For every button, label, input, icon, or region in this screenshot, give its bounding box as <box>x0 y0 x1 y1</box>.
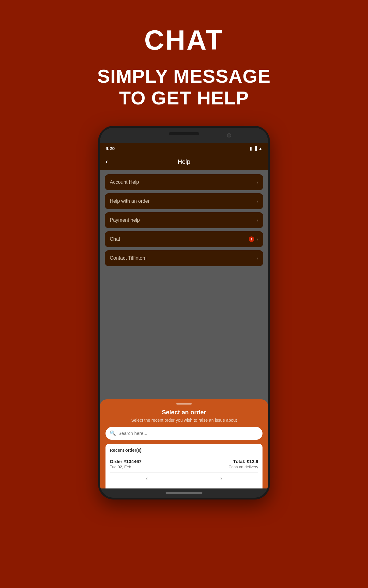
bottom-sheet: Select an order Select the recent order … <box>100 399 268 488</box>
phone-screen: 9:20 ▮ ▐ ▲ ‹ Help Account Help › <box>100 143 268 488</box>
menu-item-label: Account Help <box>110 179 139 185</box>
menu-item-label: Help with an order <box>110 198 150 204</box>
menu-item-payment-help[interactable]: Payment help › <box>105 212 263 228</box>
phone-home-bar <box>100 488 268 498</box>
orders-container: Recent order(s) Order #134467 Tue 02, Fe… <box>105 444 263 488</box>
order-number: Order #134467 <box>110 459 141 464</box>
chevron-icon: › <box>257 256 258 261</box>
page-title: CHAT <box>144 24 224 56</box>
menu-item-label: Contact Tiffintom <box>110 255 147 261</box>
wifi-icon: ▲ <box>258 146 263 151</box>
menu-area: Account Help › Help with an order › Paym… <box>100 170 268 399</box>
status-icons: ▮ ▐ ▲ <box>250 146 263 151</box>
orders-section-label: Recent order(s) <box>110 448 258 453</box>
sheet-subtitle: Select the recent order you wish to rais… <box>105 418 263 423</box>
phone-speaker <box>169 132 199 135</box>
nav-title: Help <box>178 158 190 165</box>
nav-dot-center: · <box>183 475 185 482</box>
menu-item-help-order[interactable]: Help with an order › <box>105 193 263 209</box>
page-subtitle: SIMPLY MESSAGETO GET HELP <box>97 65 270 109</box>
menu-item-label: Chat <box>110 236 120 242</box>
menu-item-chat[interactable]: Chat 1 › <box>105 231 263 247</box>
phone-camera <box>227 133 231 138</box>
bottom-nav: ‹ · › <box>110 473 258 485</box>
battery-icon: ▮ <box>250 146 252 151</box>
sheet-handle <box>176 403 192 405</box>
order-total: Total: £12.9 <box>228 459 258 464</box>
menu-item-label: Payment help <box>110 217 140 223</box>
home-bar-line <box>166 492 202 494</box>
menu-item-account-help[interactable]: Account Help › <box>105 174 263 190</box>
chevron-icon: › <box>257 237 258 242</box>
chevron-icon: › <box>257 199 258 204</box>
order-date: Tue 02, Feb <box>110 465 141 469</box>
search-icon: 🔍 <box>110 430 116 436</box>
status-bar: 9:20 ▮ ▐ ▲ <box>100 143 268 154</box>
chevron-icon: › <box>257 180 258 185</box>
search-input[interactable] <box>118 431 258 436</box>
nav-dot-left: ‹ <box>146 475 148 482</box>
nav-dot-right: › <box>220 475 222 482</box>
menu-item-contact[interactable]: Contact Tiffintom › <box>105 250 263 266</box>
search-box[interactable]: 🔍 <box>105 427 263 440</box>
status-time: 9:20 <box>105 146 115 151</box>
back-button[interactable]: ‹ <box>105 158 108 166</box>
signal-icon: ▐ <box>254 146 257 151</box>
chevron-icon: › <box>257 218 258 223</box>
nav-bar: ‹ Help <box>100 154 268 170</box>
phone-device: 9:20 ▮ ▐ ▲ ‹ Help Account Help › <box>98 126 270 499</box>
order-payment: Cash on delivery <box>228 465 258 469</box>
sheet-title: Select an order <box>105 409 263 416</box>
phone-top-bar <box>100 128 268 143</box>
chat-badge: 1 <box>249 236 254 242</box>
order-item[interactable]: Order #134467 Tue 02, Feb Total: £12.9 C… <box>110 456 258 473</box>
